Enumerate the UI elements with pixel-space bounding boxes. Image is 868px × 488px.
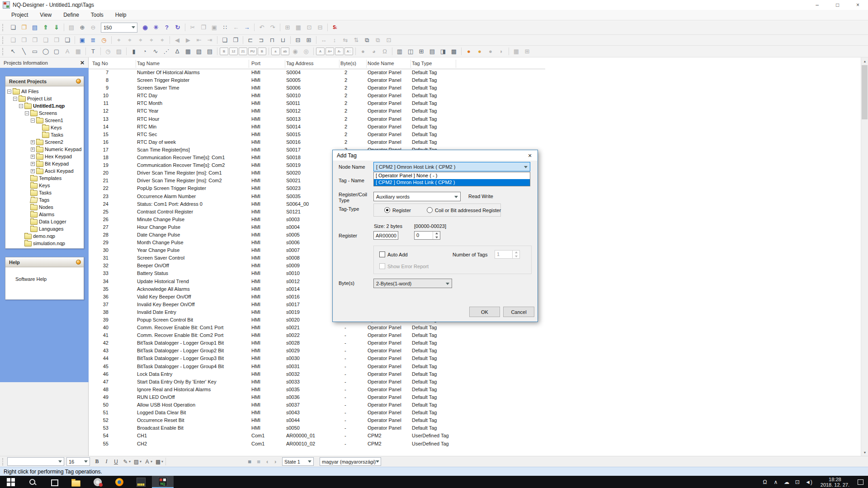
ok-button[interactable]: OK	[469, 307, 500, 317]
column-header-node-name[interactable]: Node Name	[368, 61, 394, 66]
table-row[interactable]: 16RTC Day of weekHMIS00162Operator Panel…	[89, 138, 861, 146]
byte-field-icon[interactable]: B	[258, 47, 266, 55]
grid-toggle-icon[interactable]: ∷	[220, 23, 230, 32]
column-header-tag-name[interactable]: Tag Name	[137, 61, 160, 66]
multi-state-object-icon[interactable]: ◫	[406, 47, 415, 56]
regroup-objects-icon[interactable]: ⊡	[384, 35, 394, 45]
tree-item-untitled1-nqp[interactable]: −Untitled1.nqp	[5, 102, 84, 109]
spin-down-icon[interactable]	[433, 236, 440, 240]
cancel-button[interactable]: Cancel	[503, 307, 534, 317]
tree-item-nodes[interactable]: −Nodes	[5, 204, 84, 211]
zoom-in-icon[interactable]: ⊕	[77, 23, 87, 32]
properties-icon[interactable]: ▤	[66, 23, 76, 32]
screen-last-icon[interactable]: ⇥	[205, 35, 215, 45]
column-separator[interactable]	[410, 60, 411, 68]
tree-item-tags[interactable]: −Tags	[5, 196, 84, 204]
paste-icon[interactable]: ▣	[209, 23, 219, 32]
tree-item-keys[interactable]: −Keys	[5, 182, 84, 189]
register-field-icon[interactable]: 21	[239, 47, 247, 55]
state-combobox[interactable]: State 1	[282, 457, 314, 466]
upload-from-panel-icon[interactable]: ⇓	[52, 23, 61, 32]
message-display-icon[interactable]: A	[316, 47, 325, 55]
screen-first-icon[interactable]: ⇤	[194, 35, 204, 45]
collapse-icon[interactable]: −	[7, 90, 11, 94]
new-project-icon[interactable]: ❏	[8, 23, 18, 32]
tree-item-data-logger[interactable]: −Data Logger	[5, 218, 84, 225]
close-button[interactable]: ×	[848, 0, 868, 10]
anchor-group-icon[interactable]: ⌖	[136, 35, 146, 45]
dialog-close-icon[interactable]: ×	[522, 150, 538, 161]
register-input[interactable]: AR00000	[373, 231, 398, 240]
anchor-import-icon[interactable]: ⌖	[146, 35, 156, 45]
compile-icon[interactable]: ◉	[140, 23, 150, 32]
user-object-icon[interactable]: Ω	[380, 47, 390, 56]
menu-help[interactable]: Help	[109, 10, 132, 19]
panel-roll-icon[interactable]	[76, 79, 81, 84]
selector-object-icon[interactable]: ⊞	[416, 47, 426, 56]
save-project-icon[interactable]: ▤	[30, 23, 40, 32]
register-index-spinner[interactable]: 0	[414, 231, 440, 240]
tree-item-templates[interactable]: −Templates	[5, 175, 84, 182]
close-icon[interactable]: ✕	[80, 60, 85, 66]
taskbar-start[interactable]	[0, 476, 22, 488]
taskbar-task-view[interactable]	[43, 476, 65, 488]
column-separator[interactable]	[136, 60, 136, 68]
image-tool-icon[interactable]: ▦	[73, 47, 83, 56]
text-tool-icon[interactable]: A	[62, 47, 72, 56]
select-tool-icon[interactable]: ↖	[8, 47, 18, 56]
led-gray-object-icon[interactable]: ●	[486, 47, 495, 56]
word-button-icon[interactable]: ab	[281, 47, 289, 55]
tree-item-project-list[interactable]: −Project List	[5, 95, 84, 102]
maximize-button[interactable]: □	[827, 0, 848, 10]
go-forward-icon[interactable]: →	[242, 23, 252, 32]
column-separator[interactable]	[366, 60, 367, 68]
expand-icon[interactable]: +	[31, 140, 35, 144]
table-row[interactable]: 44BitTask Datalogger - Logger Group3 Bit…	[89, 355, 861, 362]
coil-radio[interactable]	[427, 207, 433, 213]
next-state-button[interactable]: ›	[271, 457, 279, 466]
tree-item-ascii-keypad[interactable]: +Ascii Keypad	[5, 167, 84, 175]
donut-object-icon[interactable]: ◕	[369, 47, 379, 56]
column-separator[interactable]	[285, 60, 285, 68]
table-row[interactable]: 43BitTask Datalogger - Logger Group2 Bit…	[89, 347, 861, 355]
column-header-port[interactable]: Port	[251, 61, 260, 66]
expand-icon[interactable]: +	[31, 155, 35, 159]
tree-item-numeric-keypad[interactable]: +Numeric Keypad	[5, 146, 84, 153]
screen-next-icon[interactable]: ▶	[183, 35, 193, 45]
table-row[interactable]: 48Ignore Real and Historical AlarmsHMIs0…	[89, 386, 861, 393]
data-log-object-icon[interactable]: ▦	[511, 47, 521, 56]
chevron-down-icon[interactable]: ▾	[129, 460, 131, 464]
bar-graph-object-icon[interactable]: ▮	[129, 47, 139, 56]
table-row[interactable]: 41Comm. Recover Enable Bit: Com2 PortHMI…	[89, 332, 861, 339]
led-yellow-object-icon[interactable]: ●	[475, 47, 485, 56]
tree-item-keys[interactable]: −Keys	[5, 124, 84, 131]
menu-project[interactable]: Project	[5, 10, 34, 19]
collapse-icon[interactable]: −	[19, 104, 23, 108]
table-row[interactable]: 51Logged Data Clear BitHMIs0043-Operator…	[89, 409, 861, 417]
vertical-scrollbar[interactable]: ▲ ▼	[861, 57, 868, 456]
message-export-icon[interactable]: A-	[335, 47, 344, 55]
table-row[interactable]: 53Broadcast Enable BitHMIs0050-Operator …	[89, 424, 861, 432]
pie-object-icon[interactable]: ●	[358, 47, 368, 56]
taskbar-search[interactable]	[22, 476, 43, 488]
taskbar-firefox[interactable]	[108, 476, 130, 488]
table-row[interactable]: 10RTC DayHMIS00102Operator PanelDefault …	[89, 92, 861, 99]
screen-new-icon[interactable]: ❑	[8, 35, 18, 45]
taskbar-media-app[interactable]	[87, 476, 108, 488]
tag-database-icon[interactable]: ≣	[88, 35, 98, 45]
ellipse-tool-icon[interactable]: ◯	[41, 47, 51, 56]
column-header-tag-type[interactable]: Tag Type	[412, 61, 432, 66]
dropdown-option-0[interactable]: [ Operator Panel ] None ( - )	[374, 172, 530, 179]
table-row[interactable]: 9Screen Saver TimeHMIS00062Operator Pane…	[89, 84, 861, 92]
column-header-bytes[interactable]: Byte(s)	[340, 61, 356, 66]
menu-view[interactable]: View	[34, 10, 57, 19]
tree-item-screens[interactable]: −Screens	[5, 109, 84, 117]
panel-roll-icon[interactable]	[76, 260, 81, 265]
recipe-object-icon[interactable]: ▩	[449, 47, 459, 56]
anchor-add-icon[interactable]: ⌖	[114, 35, 124, 45]
node-name-combobox[interactable]: [ CPM2 ] Omron Host Link ( CPM2 )	[373, 162, 530, 171]
alarm-object-icon[interactable]: Δ	[172, 47, 182, 56]
bytes-combobox[interactable]: 2-Bytes(1-word)	[373, 279, 452, 288]
collapse-icon[interactable]: −	[31, 118, 35, 123]
bold-button[interactable]: B	[92, 457, 102, 466]
